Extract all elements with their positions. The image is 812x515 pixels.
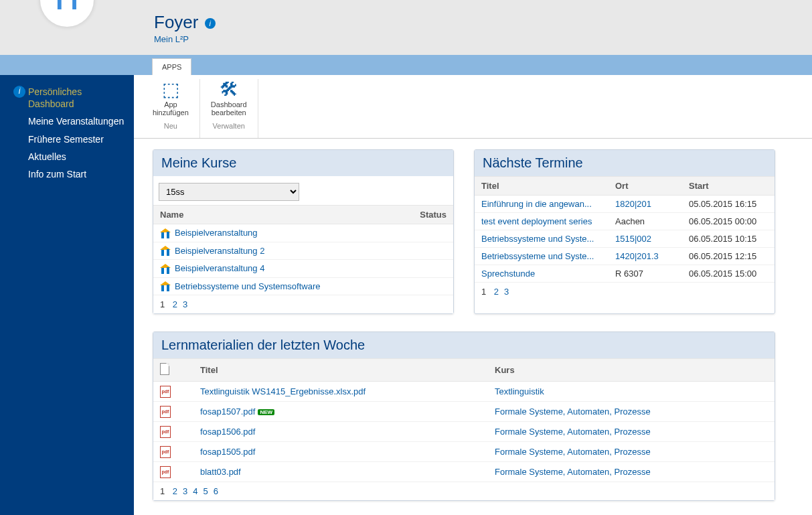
sidebar-item-meine-veranstaltungen[interactable]: Meine Veranstaltungen (0, 113, 134, 130)
pdf-icon (160, 406, 171, 418)
course-icon (160, 265, 171, 274)
sidebar-item-label: Meine Veranstaltungen (28, 115, 124, 127)
material-link[interactable]: fosap1507.pdf (200, 407, 255, 417)
kurs-link[interactable]: Formale Systeme, Automaten, Prozesse (495, 427, 651, 437)
material-link[interactable]: fosap1505.pdf (200, 447, 255, 457)
table-row: Betriebssysteme und Systemsoftware (153, 277, 453, 295)
col-name: Name (153, 206, 397, 224)
pager-link[interactable]: 3 (183, 486, 187, 496)
termine-table: Titel Ort Start Einführung in die angewa… (475, 176, 775, 283)
ort-link[interactable]: 1820|201 (615, 199, 651, 209)
widget-lernmaterialien: Lernmaterialien der letzten Woche Titel … (153, 332, 775, 501)
table-row: Textlinguistik WS1415_Ergebnisse.xlsx.pd… (153, 382, 775, 402)
material-link[interactable]: blatt03.pdf (200, 467, 241, 477)
kurs-link[interactable]: Formale Systeme, Automaten, Prozesse (495, 407, 651, 417)
pager-current: 1 (481, 287, 486, 297)
page-subtitle: Mein L²P (154, 34, 812, 44)
new-badge: NEW (258, 409, 274, 415)
material-link[interactable]: Textlinguistik WS1415_Ergebnisse.xlsx.pd… (200, 386, 366, 396)
ribbon-label: bearbeiten (212, 108, 246, 117)
page-title: Foyer i (154, 12, 812, 33)
sidebar-item-dashboard[interactable]: i Persönliches Dashboard (0, 83, 134, 113)
course-link[interactable]: Betriebssysteme und Systemsoftware (175, 281, 320, 291)
material-link[interactable]: fosap1506.pdf (200, 427, 255, 437)
course-link[interactable]: Beispielveranstaltung 2 (175, 246, 264, 256)
ribbon-group-new: Neu (150, 121, 191, 133)
pager-link[interactable]: 5 (204, 486, 208, 496)
pager-link[interactable]: 2 (173, 486, 177, 496)
sidebar-item-label: Frühere Semester (28, 133, 104, 145)
kurse-pager: 1 23 (153, 295, 453, 313)
termin-link[interactable]: Betriebssysteme und Syste... (481, 251, 594, 261)
start-text: 05.05.2015 16:15 (682, 196, 775, 213)
table-row: test event deployment seriesAachen06.05.… (475, 213, 775, 230)
ort-text: Aachen (615, 216, 645, 226)
col-titel: Titel (475, 177, 608, 196)
col-status: Status (397, 206, 453, 224)
sidebar-item-info-start[interactable]: Info zum Start (0, 165, 134, 183)
sidebar-item-label: Persönliches Dashboard (28, 86, 127, 110)
pager-link[interactable]: 4 (193, 486, 197, 496)
course-link[interactable]: Beispielveranstaltung 4 (175, 263, 264, 273)
sidebar-item-aktuelles[interactable]: Aktuelles (0, 148, 134, 165)
pager-link[interactable]: 2 (494, 287, 499, 297)
pager-link[interactable]: 3 (504, 287, 509, 297)
widget-title-termine: Nächste Termine (475, 150, 775, 176)
sidebar-item-label: Aktuelles (28, 151, 66, 163)
top-nav-bar: APPS (0, 55, 812, 75)
info-icon: i (13, 86, 25, 98)
ort-text: R 6307 (615, 269, 643, 279)
table-row: Beispielveranstaltung 2 (153, 242, 453, 260)
kurs-link[interactable]: Formale Systeme, Automaten, Prozesse (495, 447, 651, 457)
ribbon-label: App (164, 100, 177, 108)
widget-title-kurse: Meine Kurse (153, 150, 453, 176)
lern-pager: 1 23456 (153, 482, 775, 500)
pager-link[interactable]: 3 (183, 299, 187, 309)
edit-dashboard-icon: 🛠 (220, 80, 238, 99)
kurs-link[interactable]: Textlinguistik (495, 386, 544, 396)
semester-select[interactable]: 15ss (159, 183, 299, 201)
course-icon (160, 246, 171, 256)
start-text: 06.05.2015 12:15 (682, 248, 775, 265)
ort-link[interactable]: 1420|201.3 (615, 251, 659, 261)
termin-link[interactable]: Einführung in die angewan... (481, 199, 592, 209)
pdf-icon (160, 466, 171, 478)
ribbon-label: hinzufügen (153, 108, 189, 117)
sidebar-item-fruehere-semester[interactable]: Frühere Semester (0, 131, 134, 148)
termin-link[interactable]: Betriebssysteme und Syste... (481, 234, 594, 244)
col-start: Start (682, 177, 775, 196)
ort-link[interactable]: 1515|002 (615, 234, 651, 244)
termine-pager: 1 23 (475, 283, 775, 301)
table-row: Einführung in die angewan...1820|20105.0… (475, 196, 775, 213)
document-icon (160, 363, 169, 375)
termin-link[interactable]: test event deployment series (481, 216, 592, 226)
col-doctype (153, 359, 193, 382)
kurs-link[interactable]: Formale Systeme, Automaten, Prozesse (495, 467, 651, 477)
table-row: blatt03.pdfFormale Systeme, Automaten, P… (153, 462, 775, 482)
pdf-icon (160, 386, 171, 398)
termin-link[interactable]: Sprechstunde (481, 269, 535, 279)
pager-current: 1 (160, 486, 165, 496)
add-app-icon: ⬚ (162, 80, 179, 99)
col-titel: Titel (193, 359, 488, 382)
pager-link[interactable]: 2 (173, 299, 177, 309)
ribbon-label: Dashboard (211, 100, 247, 108)
course-link[interactable]: Beispielveranstaltung (175, 228, 258, 238)
widget-meine-kurse: Meine Kurse 15ss Name Status (153, 149, 454, 314)
course-icon (160, 282, 171, 291)
pager-link[interactable]: 6 (214, 486, 218, 496)
edit-dashboard-button[interactable]: 🛠 Dashboard bearbeiten (208, 79, 250, 118)
tab-apps[interactable]: APPS (152, 58, 191, 75)
pager-current: 1 (160, 299, 165, 309)
info-icon[interactable]: i (205, 18, 216, 29)
col-kurs: Kurs (488, 359, 775, 382)
add-app-button[interactable]: ⬚ App hinzufügen (150, 79, 191, 118)
sidebar: i Persönliches Dashboard Meine Veranstal… (0, 75, 134, 515)
kurse-table: Name Status BeispielveranstaltungBeispie… (153, 205, 453, 295)
table-row: Betriebssysteme und Syste...1515|00206.0… (475, 230, 775, 248)
table-row: fosap1506.pdfFormale Systeme, Automaten,… (153, 422, 775, 442)
pdf-icon (160, 426, 171, 438)
table-row: Betriebssysteme und Syste...1420|201.306… (475, 248, 775, 265)
table-row: fosap1507.pdfNEWFormale Systeme, Automat… (153, 402, 775, 422)
ribbon-group-manage: Verwalten (208, 121, 250, 133)
